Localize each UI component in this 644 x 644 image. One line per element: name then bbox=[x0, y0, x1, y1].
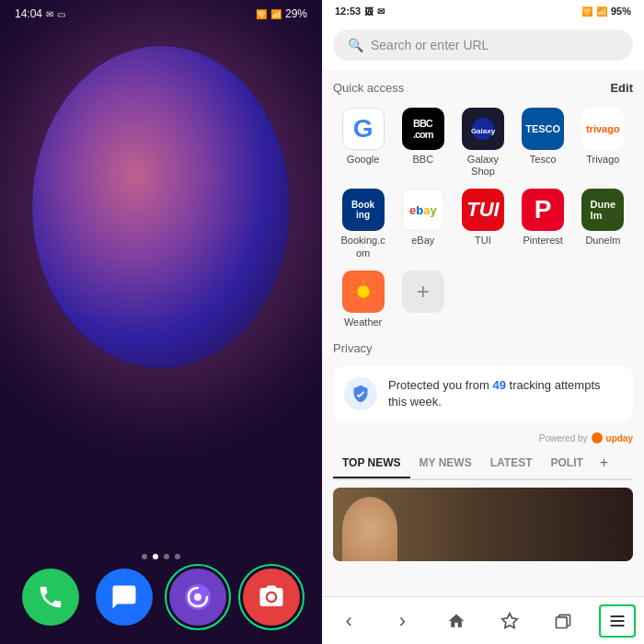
right-time: 12:53 bbox=[335, 6, 361, 17]
bbc-label: BBC bbox=[412, 154, 433, 166]
pinterest-icon: P bbox=[522, 189, 564, 231]
upday-brand: upday bbox=[606, 433, 633, 443]
page-dot-4 bbox=[175, 554, 180, 559]
tui-label: TUI bbox=[475, 235, 491, 247]
app-trivago[interactable]: trivago Trivago bbox=[573, 102, 633, 183]
tabs-icon bbox=[554, 612, 572, 630]
privacy-label: Privacy bbox=[333, 334, 633, 359]
privacy-text: Protected you from 49 tracking attempts … bbox=[388, 377, 622, 410]
add-icon: + bbox=[402, 270, 444, 313]
app-tui[interactable]: TUI TUI bbox=[453, 183, 512, 264]
left-status-right: 🛜 📶 29% bbox=[256, 7, 307, 20]
bookmark-button[interactable] bbox=[491, 604, 528, 638]
browser-content[interactable]: Quick access Edit G Google BBC.com BBC bbox=[322, 70, 644, 596]
search-bar[interactable]: 🔍 Search or enter URL bbox=[333, 29, 633, 61]
upday-circle bbox=[592, 432, 603, 443]
dunelm-label: Dunelm bbox=[585, 235, 620, 247]
right-signal-icon: 📶 bbox=[596, 6, 607, 17]
trivago-label: Trivago bbox=[586, 154, 619, 166]
privacy-before: Protected you from bbox=[388, 378, 492, 392]
dock-messages[interactable] bbox=[96, 569, 153, 626]
back-button[interactable]: ‹ bbox=[330, 604, 367, 638]
app-pinterest[interactable]: P Pinterest bbox=[513, 183, 573, 264]
dock-phone[interactable] bbox=[22, 569, 79, 626]
bbc-icon: BBC.com bbox=[402, 108, 444, 150]
left-screen-icon: ▭ bbox=[57, 9, 65, 19]
news-tabs: TOP NEWS MY NEWS LATEST POLIT + bbox=[333, 447, 633, 480]
ebay-icon: ebay bbox=[402, 189, 444, 231]
right-phone: 12:53 🖼 ✉ 🛜 📶 95% 🔍 Search or enter URL … bbox=[322, 0, 644, 644]
home-icon bbox=[447, 612, 466, 630]
app-galaxy-shop[interactable]: Galaxy Galaxy Shop bbox=[453, 102, 512, 183]
back-icon: ‹ bbox=[345, 609, 351, 633]
app-ebay[interactable]: ebay eBay bbox=[393, 183, 453, 264]
left-status-left: 14:04 ✉ ▭ bbox=[15, 7, 65, 20]
pinterest-label: Pinterest bbox=[523, 235, 562, 247]
forward-button[interactable]: › bbox=[384, 604, 420, 638]
edit-button[interactable]: Edit bbox=[610, 81, 633, 95]
svg-text:Galaxy: Galaxy bbox=[471, 127, 496, 135]
left-notif-icon: ✉ bbox=[46, 9, 53, 19]
right-mail-icon: ✉ bbox=[377, 6, 385, 17]
google-label: Google bbox=[347, 154, 379, 166]
svg-point-0 bbox=[185, 584, 211, 610]
menu-button[interactable] bbox=[599, 604, 636, 638]
privacy-count: 49 bbox=[492, 378, 505, 392]
page-dot-2 bbox=[153, 554, 158, 559]
google-icon: G bbox=[342, 108, 385, 150]
app-google[interactable]: G Google bbox=[333, 102, 393, 183]
right-status-bar: 12:53 🖼 ✉ 🛜 📶 95% bbox=[322, 0, 644, 22]
left-phone: 14:04 ✉ ▭ 🛜 📶 29% bbox=[0, 0, 322, 644]
shield-icon bbox=[344, 377, 377, 410]
home-button[interactable] bbox=[438, 604, 475, 638]
app-booking[interactable]: Booking Booking.com bbox=[333, 183, 393, 264]
tab-my-news[interactable]: MY NEWS bbox=[410, 449, 481, 477]
page-dot-3 bbox=[164, 554, 169, 559]
dock-camera[interactable] bbox=[243, 569, 300, 626]
bookmark-icon bbox=[500, 612, 519, 630]
page-dot-1 bbox=[142, 554, 147, 559]
app-add[interactable]: + bbox=[393, 265, 453, 334]
tui-icon: TUI bbox=[462, 189, 504, 231]
bg-orb bbox=[32, 46, 290, 368]
right-wifi-icon: 🛜 bbox=[581, 6, 592, 17]
tab-top-news[interactable]: TOP NEWS bbox=[333, 449, 410, 478]
search-placeholder: Search or enter URL bbox=[371, 38, 618, 52]
galaxy-shop-label: Galaxy Shop bbox=[454, 154, 511, 178]
tesco-icon: TESCO bbox=[522, 108, 564, 150]
tesco-label: Tesco bbox=[530, 154, 557, 166]
dock-arc-browser[interactable] bbox=[169, 569, 226, 626]
news-preview bbox=[333, 488, 633, 561]
left-time: 14:04 bbox=[15, 7, 42, 20]
app-bbc[interactable]: BBC.com BBC bbox=[393, 102, 453, 183]
left-signal-icon: 📶 bbox=[270, 9, 282, 19]
right-time-section: 12:53 🖼 ✉ bbox=[335, 6, 385, 17]
left-battery: 29% bbox=[285, 7, 307, 20]
app-dunelm[interactable]: Dunelm Dunelm bbox=[573, 183, 633, 264]
tabs-button[interactable] bbox=[545, 604, 581, 638]
tab-add[interactable]: + bbox=[592, 447, 615, 478]
dunelm-icon: Dunelm bbox=[581, 189, 624, 231]
booking-label: Booking.com bbox=[340, 235, 385, 259]
news-face bbox=[342, 497, 397, 561]
svg-point-4 bbox=[357, 285, 370, 298]
tab-latest[interactable]: LATEST bbox=[481, 449, 542, 477]
quick-access-title: Quick access bbox=[333, 81, 404, 95]
left-status-bar: 14:04 ✉ ▭ 🛜 📶 29% bbox=[0, 0, 322, 28]
powered-by-text: Powered by bbox=[539, 433, 588, 443]
forward-icon: › bbox=[399, 609, 406, 633]
app-tesco[interactable]: TESCO Tesco bbox=[513, 102, 573, 183]
weather-icon bbox=[342, 270, 385, 313]
quick-access-header: Quick access Edit bbox=[333, 70, 633, 102]
app-weather[interactable]: Weather bbox=[333, 265, 393, 334]
tab-polit[interactable]: POLIT bbox=[541, 449, 592, 477]
bottom-nav: ‹ › bbox=[322, 596, 644, 644]
weather-label: Weather bbox=[344, 316, 382, 328]
app-grid: G Google BBC.com BBC Galaxy Ga bbox=[333, 102, 633, 334]
search-icon: 🔍 bbox=[348, 38, 363, 52]
ebay-label: eBay bbox=[411, 235, 434, 247]
menu-icon bbox=[608, 612, 627, 630]
left-dock bbox=[0, 569, 322, 626]
trivago-icon: trivago bbox=[581, 108, 624, 150]
svg-rect-9 bbox=[557, 616, 568, 627]
